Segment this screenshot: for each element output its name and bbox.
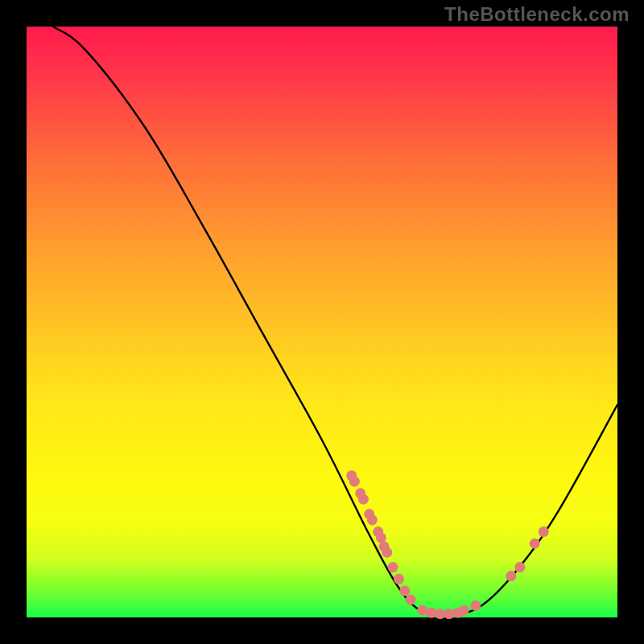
data-point — [530, 539, 540, 549]
watermark-text: TheBottleneck.com — [444, 3, 630, 26]
data-point — [358, 494, 369, 505]
data-point — [394, 574, 404, 584]
curve-layer — [27, 27, 617, 617]
bottleneck-curve — [53, 27, 617, 615]
data-point — [514, 562, 525, 572]
data-point — [417, 605, 427, 616]
data-markers — [346, 470, 549, 619]
data-point — [388, 562, 398, 572]
data-point — [444, 609, 454, 619]
data-point — [539, 526, 549, 537]
data-point — [376, 532, 386, 543]
data-point — [382, 547, 392, 558]
data-point — [399, 585, 410, 596]
data-point — [367, 514, 378, 525]
plot-area — [27, 27, 617, 617]
data-point — [459, 605, 469, 616]
data-point — [346, 470, 357, 481]
data-point — [406, 594, 416, 605]
chart-frame: TheBottleneck.com — [0, 0, 644, 644]
data-point — [426, 608, 436, 618]
data-point — [506, 571, 516, 581]
data-point — [470, 601, 481, 611]
